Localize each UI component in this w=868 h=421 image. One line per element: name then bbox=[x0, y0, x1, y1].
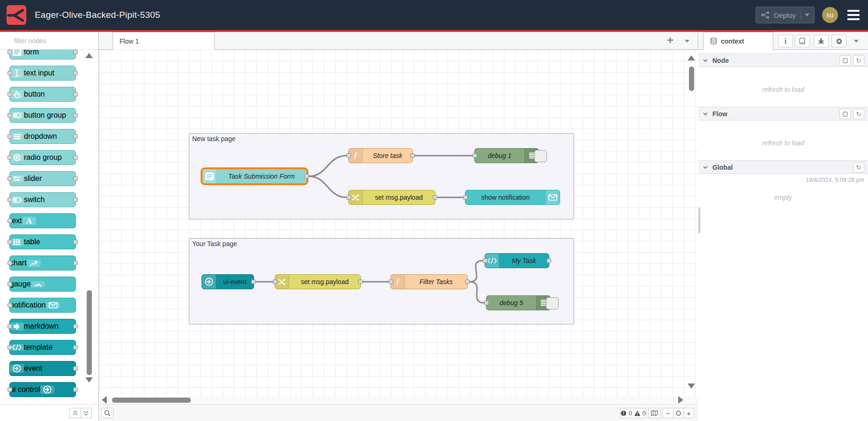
section-header-global[interactable]: Global↻ bbox=[698, 160, 868, 174]
main-menu-button[interactable] bbox=[846, 8, 861, 22]
input-port[interactable] bbox=[7, 387, 12, 392]
input-port[interactable] bbox=[484, 301, 489, 305]
palette-node-notification[interactable]: notification bbox=[9, 298, 76, 313]
help-tab-button[interactable] bbox=[795, 35, 810, 47]
minimap-toggle-button[interactable] bbox=[648, 408, 660, 418]
output-port[interactable] bbox=[73, 176, 78, 181]
input-port[interactable] bbox=[463, 195, 468, 200]
palette-node-dropdown[interactable]: dropdown bbox=[9, 129, 76, 144]
input-port[interactable] bbox=[7, 303, 12, 308]
canvas-hscrollbar-thumb[interactable] bbox=[112, 398, 191, 403]
input-port[interactable] bbox=[483, 258, 487, 263]
canvas-scroll-down-arrow[interactable] bbox=[688, 383, 695, 389]
input-port[interactable] bbox=[7, 176, 12, 181]
flow-node-notify[interactable]: show notification bbox=[465, 190, 560, 205]
flow-list-caret-icon[interactable] bbox=[685, 40, 689, 43]
section-header-node[interactable]: Node↻ bbox=[698, 53, 868, 67]
config-nodes-tab-button[interactable] bbox=[831, 35, 846, 47]
output-port[interactable] bbox=[73, 71, 78, 75]
input-port[interactable] bbox=[7, 134, 12, 139]
input-port[interactable] bbox=[7, 218, 12, 223]
info-tab-button[interactable]: i bbox=[778, 35, 793, 47]
input-port[interactable] bbox=[273, 279, 277, 284]
flow-node-set1[interactable]: set msg.payload bbox=[348, 190, 435, 205]
flow-canvas[interactable]: New task pageYour Task pageTask Submissi… bbox=[99, 50, 698, 396]
palette-scroll-down-arrow[interactable] bbox=[85, 377, 93, 383]
palette-scrollbar-thumb[interactable] bbox=[87, 290, 92, 375]
zoom-reset-button[interactable] bbox=[673, 408, 683, 418]
user-avatar[interactable]: su bbox=[822, 7, 838, 23]
flow-node-debug1[interactable]: debug 1 bbox=[474, 148, 539, 163]
input-port[interactable] bbox=[7, 197, 12, 202]
input-port[interactable] bbox=[7, 261, 12, 265]
tab-flow-1[interactable]: Flow 1 bbox=[112, 32, 215, 50]
palette-node-markdown[interactable]: markdown bbox=[9, 319, 76, 334]
canvas-scroll-left-arrow[interactable] bbox=[102, 396, 107, 404]
search-input[interactable] bbox=[0, 32, 98, 49]
deploy-caret-icon[interactable] bbox=[805, 14, 809, 16]
debug-toggle-button[interactable] bbox=[534, 150, 547, 162]
deploy-button[interactable]: Deploy bbox=[756, 7, 815, 23]
refresh-icon[interactable]: ↻ bbox=[853, 162, 864, 173]
input-port[interactable] bbox=[7, 240, 12, 244]
output-port[interactable] bbox=[465, 279, 470, 284]
notifications-counts[interactable]: 0 0 bbox=[620, 408, 646, 418]
input-port[interactable] bbox=[7, 282, 12, 286]
input-port[interactable] bbox=[472, 153, 477, 158]
output-port[interactable] bbox=[433, 195, 437, 200]
output-port[interactable] bbox=[73, 366, 78, 371]
input-port[interactable] bbox=[7, 71, 12, 75]
flow-node-uievent[interactable]: ui-event bbox=[202, 274, 254, 289]
debug-tab-button[interactable] bbox=[814, 35, 829, 47]
palette-node-button-group[interactable]: button group bbox=[9, 108, 76, 123]
flow-node-set2[interactable]: set msg.payload bbox=[275, 274, 361, 289]
palette-node-ui-control[interactable]: ui control bbox=[9, 382, 76, 397]
tab-context[interactable]: context bbox=[703, 32, 773, 50]
context-select-button[interactable] bbox=[839, 55, 851, 66]
palette-node-event[interactable]: event bbox=[9, 361, 76, 376]
output-port[interactable] bbox=[73, 113, 78, 118]
palette-node-text[interactable]: textA bbox=[9, 213, 76, 228]
output-port[interactable] bbox=[304, 174, 309, 179]
palette-node-table[interactable]: table bbox=[9, 234, 76, 249]
output-port[interactable] bbox=[546, 258, 551, 263]
zoom-out-button[interactable]: − bbox=[663, 408, 673, 418]
debug-toggle-button[interactable] bbox=[546, 297, 559, 309]
output-port[interactable] bbox=[73, 197, 78, 202]
input-port[interactable] bbox=[7, 50, 12, 54]
output-port[interactable] bbox=[73, 324, 78, 329]
palette-node-text-input[interactable]: text input bbox=[9, 66, 76, 81]
zoom-in-button[interactable]: + bbox=[683, 408, 694, 418]
input-port[interactable] bbox=[346, 153, 351, 158]
palette-node-slider[interactable]: slider bbox=[9, 171, 76, 186]
output-port[interactable] bbox=[73, 387, 78, 392]
palette-node-gauge[interactable]: gauge bbox=[9, 277, 76, 292]
output-port[interactable] bbox=[358, 279, 363, 284]
canvas-scroll-right-arrow[interactable] bbox=[678, 396, 683, 404]
output-port[interactable] bbox=[251, 279, 256, 284]
output-port[interactable] bbox=[73, 345, 78, 350]
refresh-icon[interactable]: ↻ bbox=[853, 109, 864, 119]
refresh-icon[interactable]: ↻ bbox=[853, 55, 864, 66]
input-port[interactable] bbox=[7, 155, 12, 160]
output-port[interactable] bbox=[73, 134, 78, 139]
sidebar-resize-handle[interactable] bbox=[698, 207, 700, 233]
flow-node-debug5[interactable]: debug 5 bbox=[486, 295, 551, 310]
section-header-flow[interactable]: Flow↻ bbox=[698, 107, 868, 120]
palette-scroll-up-arrow[interactable] bbox=[85, 53, 93, 58]
canvas-vscrollbar-thumb[interactable] bbox=[689, 67, 694, 91]
output-port[interactable] bbox=[73, 240, 78, 244]
input-port[interactable] bbox=[7, 92, 12, 97]
palette-node-button[interactable]: button bbox=[9, 87, 76, 102]
output-port[interactable] bbox=[73, 155, 78, 160]
palette-node-switch[interactable]: switch bbox=[9, 192, 76, 207]
input-port[interactable] bbox=[346, 195, 351, 200]
input-port[interactable] bbox=[389, 279, 393, 284]
expand-all-button[interactable] bbox=[81, 408, 92, 418]
palette-node-template[interactable]: template bbox=[9, 340, 76, 355]
canvas-search-button[interactable] bbox=[101, 408, 113, 418]
canvas-scroll-up-arrow[interactable] bbox=[688, 55, 695, 60]
flow-node-mytask[interactable]: My Task bbox=[485, 253, 549, 268]
collapse-all-button[interactable] bbox=[69, 408, 81, 418]
input-port[interactable] bbox=[7, 324, 12, 329]
